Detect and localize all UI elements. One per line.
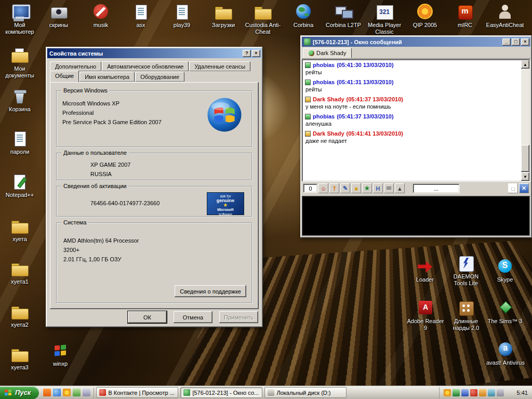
- help-button[interactable]: ?: [243, 50, 251, 57]
- update-tray-icon[interactable]: [479, 389, 486, 396]
- desktop-icon-dlinnye-nardy[interactable]: Длинные нарды 2.0: [446, 299, 486, 331]
- desktop-icon-custodia-anti-cheat[interactable]: Custodia Anti-Cheat: [243, 3, 283, 35]
- scrollbar-thumb[interactable]: [521, 145, 529, 172]
- support-info-button[interactable]: Сведения о поддержке: [175, 285, 246, 297]
- user-info-group: Данные о пользователе XP GAME 2007 RUSSI…: [56, 153, 252, 181]
- chat-message-area[interactable]: phobias (05:41:30 13/03/2010) рейты phob…: [302, 59, 530, 182]
- desktop-icon-easyanticheat[interactable]: EasyAntiCheat: [485, 3, 525, 29]
- desktop-icon-asx[interactable]: asx: [121, 3, 161, 29]
- icon-label: Notepad++: [0, 192, 39, 198]
- qip-tray-icon[interactable]: [444, 389, 451, 396]
- message-text: рейты: [305, 86, 519, 92]
- network-tray-icon[interactable]: [488, 389, 495, 396]
- close-button[interactable]: ×: [252, 50, 260, 57]
- task-button-local-disk-d[interactable]: Локальный диск (D:): [264, 387, 347, 398]
- daemon-tray-icon[interactable]: [461, 389, 469, 396]
- desktop-icon-recycle-bin[interactable]: Корзина: [0, 87, 39, 113]
- history-button[interactable]: H: [373, 183, 383, 193]
- qip-toolbar: 0 ☺ T ✎ ■ ★ H ✉ ▲ ... □ ✕: [302, 182, 530, 195]
- message-text: аленушка: [305, 121, 519, 127]
- quick-launch-show-desktop-icon[interactable]: [83, 389, 90, 396]
- smileys-button[interactable]: ☺: [318, 183, 328, 193]
- desktop-icon-the-sims-3[interactable]: The Sims™ 3: [485, 299, 525, 325]
- more-actions-dropdown[interactable]: ...: [413, 184, 460, 193]
- desktop-icon-corbina-l2tp[interactable]: Corbina L2TP: [324, 3, 363, 29]
- task-button-qip-chat[interactable]: [576-012-213] - Окно со...: [180, 387, 262, 398]
- icon-label: пароли: [0, 149, 39, 155]
- ati-tray-icon[interactable]: [470, 389, 477, 396]
- message-input-area[interactable]: [302, 196, 530, 236]
- desktop-icon-corbina[interactable]: Corbina: [284, 3, 323, 29]
- minimize-button[interactable]: _: [502, 38, 511, 46]
- task-button-vkontakte[interactable]: В Контакте | Просмотр ...: [96, 387, 178, 398]
- desktop-icon-qip-2005[interactable]: QIP 2005: [405, 3, 445, 29]
- close-button[interactable]: ×: [521, 38, 529, 46]
- tab-imya-kompyutera[interactable]: Имя компьютера: [79, 72, 135, 82]
- desktop-icon-avast-antivirus[interactable]: avast! Antivirus: [486, 341, 525, 366]
- quick-launch-browser-icon[interactable]: [43, 389, 51, 396]
- desktop-icon-my-computer[interactable]: Мой компьютер: [0, 3, 39, 35]
- scroll-down-icon[interactable]: ▼: [521, 172, 529, 181]
- desktop-icon-play39[interactable]: play39: [162, 3, 202, 29]
- volume-tray-icon[interactable]: [506, 389, 513, 396]
- desktop-icon-skype[interactable]: Skype: [485, 258, 525, 283]
- scroll-up-icon[interactable]: ▲: [521, 60, 529, 69]
- antivirus-tray-icon[interactable]: [453, 389, 460, 396]
- chat-tab-dark-shady[interactable]: Dark Shady: [303, 48, 352, 58]
- desktop-icon-mirc[interactable]: mIRC: [445, 3, 485, 29]
- desktop-icon-musik[interactable]: musik: [81, 3, 121, 29]
- desktop-icon-media-player-classic[interactable]: Media Player Classic: [365, 3, 404, 35]
- desktop-icon-hueta2[interactable]: хуета2: [0, 303, 39, 328]
- start-button[interactable]: Пуск: [0, 387, 39, 399]
- desktop-icon-daemon-tools-lite[interactable]: DAEMON Tools Lite: [446, 255, 486, 287]
- apply-button[interactable]: Применить: [219, 311, 258, 323]
- mail-button[interactable]: ✉: [384, 183, 394, 193]
- qip-titlebar[interactable]: [576-012-213] - Окно сообщений _ □ ×: [302, 37, 530, 47]
- new-page-button[interactable]: □: [508, 183, 518, 193]
- mirc-icon: [456, 3, 474, 21]
- chat-message: phobias (05:41:37 13/03/2010) аленушка: [305, 113, 519, 127]
- tab-dopolnitelno[interactable]: Дополнительно: [50, 61, 101, 71]
- close-chat-button[interactable]: ✕: [519, 183, 529, 193]
- desktop-icon-loader[interactable]: Loader: [405, 258, 445, 283]
- monitor-tray-icon[interactable]: [497, 389, 504, 396]
- icon-label: winxp: [41, 361, 80, 367]
- message-sender: phobias: [313, 113, 335, 119]
- network-connection-icon: [334, 3, 353, 21]
- quick-launch-ie-icon[interactable]: [53, 389, 61, 396]
- desktop-icon-skriny[interactable]: скрины: [39, 3, 78, 29]
- tab-obschie[interactable]: Общие: [50, 71, 79, 82]
- desktop-icon-winxp[interactable]: winxp: [41, 342, 80, 367]
- skype-icon: [496, 258, 514, 275]
- cancel-button[interactable]: Отмена: [174, 311, 212, 323]
- quick-launch-mail-icon[interactable]: [73, 389, 81, 396]
- send-mode-button[interactable]: ▲: [395, 183, 405, 193]
- desktop-icon-notepad-plus-plus[interactable]: Notepad++: [0, 173, 39, 198]
- desktop-icon-hueta[interactable]: хуета: [0, 217, 39, 243]
- incoming-message-icon: [305, 114, 311, 119]
- desktop-icon-zagruzki[interactable]: Загрузки: [204, 3, 243, 29]
- desktop-icon-paroli[interactable]: пароли: [0, 130, 39, 155]
- chat-scrollbar[interactable]: ▲ ▼: [521, 60, 529, 181]
- dialog-titlebar[interactable]: Свойства системы ? ×: [47, 48, 261, 58]
- desktop-icon-hueta3[interactable]: хуета3: [0, 345, 39, 371]
- task-label: [576-012-213] - Окно со...: [192, 390, 259, 396]
- tab-udalennye-seansy[interactable]: Удаленные сеансы: [189, 61, 250, 71]
- desktop-icon-my-documents[interactable]: Мои документы: [0, 47, 39, 79]
- font-button[interactable]: T: [329, 183, 339, 193]
- favorites-button[interactable]: ★: [362, 183, 372, 193]
- tab-oborudovanie[interactable]: Оборудование: [135, 72, 184, 82]
- desktop-icon-hueta1[interactable]: хуета1: [0, 260, 39, 285]
- maximize-button[interactable]: □: [512, 38, 520, 46]
- desktop-icon-adobe-reader-9[interactable]: Adobe Reader 9: [406, 299, 445, 331]
- incoming-message-icon: [305, 79, 311, 85]
- clock[interactable]: 5:41: [517, 390, 528, 396]
- message-text: рейты: [305, 69, 519, 75]
- ok-button[interactable]: ОК: [128, 311, 167, 323]
- message-header: phobias (05:41:30 13/03/2010): [305, 62, 519, 68]
- color-button[interactable]: ✎: [340, 183, 350, 193]
- save-button[interactable]: ■: [351, 183, 361, 193]
- quick-launch-qip-icon[interactable]: [63, 389, 71, 396]
- tab-avtomaticheskoe-obnovlenie[interactable]: Автоматическое обновление: [102, 61, 189, 71]
- document-icon: [131, 3, 150, 21]
